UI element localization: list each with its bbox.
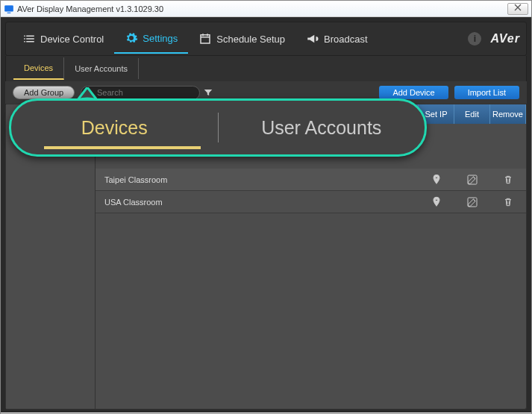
add-device-button[interactable]: Add Device [379, 86, 448, 99]
svg-rect-1 [7, 12, 11, 13]
nav-label: Broadcast [324, 34, 368, 45]
search-box[interactable] [81, 86, 200, 100]
app-body: Device Control Settings Schedule Setup B… [1, 17, 531, 413]
gear-icon [125, 31, 138, 45]
app-window: AVer Display Management v1.3.1029.30 Dev… [0, 0, 532, 414]
callout-bubble: Devices User Accounts [9, 98, 427, 157]
edit-button[interactable] [454, 196, 490, 208]
subtab-user-accounts[interactable]: User Accounts [64, 58, 139, 79]
import-list-button[interactable]: Import List [454, 86, 519, 99]
table-row[interactable]: USA Classroom [96, 191, 526, 213]
th-edit: Edit [454, 104, 490, 124]
titlebar: AVer Display Management v1.3.1029.30 [1, 1, 531, 17]
app-icon [4, 4, 14, 14]
device-name: USA Classroom [96, 198, 419, 207]
brand-logo: AVer [490, 32, 520, 46]
th-remove: Remove [490, 104, 526, 124]
megaphone-icon [306, 32, 319, 46]
remove-button[interactable] [490, 174, 526, 186]
svg-rect-0 [4, 5, 13, 11]
set-ip-button[interactable] [419, 196, 454, 208]
callout-tab-devices: Devices [11, 117, 218, 139]
subtabs: Devices User Accounts [5, 56, 527, 81]
nav-label: Settings [143, 33, 178, 44]
remove-button[interactable] [490, 196, 526, 208]
callout-tab-user-accounts: User Accounts [219, 117, 425, 139]
nav-schedule-setup[interactable]: Schedule Setup [188, 25, 295, 53]
nav-broadcast[interactable]: Broadcast [295, 25, 378, 53]
svg-rect-3 [468, 198, 477, 207]
menubar: Device Control Settings Schedule Setup B… [5, 22, 527, 56]
subtab-devices[interactable]: Devices [13, 57, 64, 80]
nav-device-control[interactable]: Device Control [12, 25, 114, 53]
filter-icon[interactable] [203, 87, 213, 98]
nav-label: Device Control [40, 34, 104, 45]
add-group-button[interactable]: Add Group [13, 86, 75, 99]
nav-label: Schedule Setup [216, 34, 285, 45]
callout-overlay: Devices User Accounts [9, 98, 427, 179]
calendar-icon [198, 32, 212, 46]
window-title: AVer Display Management v1.3.1029.30 [17, 4, 506, 13]
search-input[interactable] [97, 88, 195, 97]
list-icon [22, 32, 36, 46]
svg-rect-2 [468, 175, 477, 184]
info-button[interactable]: i [468, 32, 481, 46]
edit-button[interactable] [454, 174, 490, 186]
nav-settings[interactable]: Settings [114, 24, 188, 54]
close-window-button[interactable] [507, 3, 528, 15]
callout-pointer [76, 87, 98, 104]
